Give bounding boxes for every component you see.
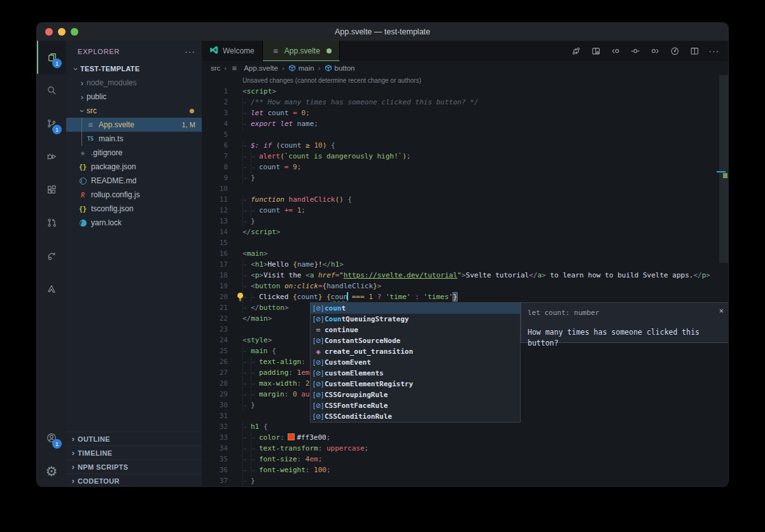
activity-live-share-icon[interactable] — [37, 239, 66, 272]
suggestion-cssfontfacerule[interactable]: [⊘]CSSFontFaceRule — [311, 400, 520, 411]
code-line-12[interactable]: 12→→count += 1; — [202, 205, 728, 216]
code-line-19[interactable]: 19→<button on:click={handleClick}> — [202, 281, 728, 291]
line-content: →} — [242, 172, 255, 183]
code-line-11[interactable]: 11→function handleClick() { — [202, 194, 728, 205]
line-number: 14 — [202, 227, 228, 237]
activity-azure-icon[interactable] — [37, 272, 66, 305]
code-line-20[interactable]: 20→→Clicked {count} {coun === 1 ? 'time'… — [202, 291, 728, 302]
code-line-14[interactable]: 14</script> — [202, 227, 728, 237]
code-line-7[interactable]: 7→→alert(`count is dangerously high!`); — [202, 151, 728, 162]
code-line-13[interactable]: 13→} — [202, 216, 728, 227]
close-button[interactable] — [45, 28, 53, 36]
line-content: →→margin: 0 au — [242, 389, 310, 400]
activity-settings-icon[interactable]: ⚙ — [37, 454, 66, 487]
breadcrumb-item-main[interactable]: main — [288, 64, 314, 72]
code-line-4[interactable]: 4→export let name; — [202, 118, 728, 129]
code-line-34[interactable]: 34→→text-transform: uppercase; — [202, 443, 728, 454]
open-preview-icon[interactable] — [588, 43, 603, 59]
code-line-37[interactable]: 37→} — [202, 475, 728, 486]
section-outline[interactable]: ›OUTLINE — [66, 431, 202, 445]
codelens-message[interactable]: Unsaved changes (cannot determine recent… — [202, 75, 728, 86]
code-line-8[interactable]: 8→→count = 9; — [202, 162, 728, 172]
suggestion-customelementregistry[interactable]: [⊘]CustomElementRegistry — [311, 379, 520, 389]
tab-app-svelte[interactable]: ≡App.svelte — [263, 41, 340, 61]
code-line-10[interactable]: 10 — [202, 183, 728, 194]
section-npm-scripts[interactable]: ›NPM SCRIPTS — [66, 459, 202, 473]
suggestion-countqueuingstrategy[interactable]: [⊘]CountQueuingStrategy — [311, 314, 520, 325]
tree-item-tsconfig-json[interactable]: {}tsconfig.json — [66, 202, 202, 216]
overview-ruler-cursor-mark — [717, 171, 726, 172]
activity-explorer-icon[interactable]: 1 — [37, 41, 66, 74]
line-content: <main> — [242, 248, 268, 259]
code-line-33[interactable]: 33→→color: #ff3e00; — [202, 432, 728, 443]
suggestion-customevent[interactable]: [⊘]CustomEvent — [311, 357, 520, 368]
line-number: 34 — [202, 443, 228, 454]
code-line-17[interactable]: 17→<h1>Hello {name}!</h1> — [202, 259, 728, 270]
code-line-18[interactable]: 18→<p>Visit the <a href="https://svelte.… — [202, 270, 728, 281]
tree-item-yarn-lock[interactable]: yyarn.lock — [66, 216, 202, 230]
suggestion-cssconditionrule[interactable]: [⊘]CSSConditionRule — [311, 411, 520, 422]
zoom-button[interactable] — [71, 28, 78, 36]
suggestion-create-out-transition[interactable]: ◈create_out_transition — [311, 346, 520, 357]
editor-group: Welcome≡App.svelte ··· src›≡App.svelte›m… — [202, 41, 728, 487]
code-line-6[interactable]: 6→$: if (count ≥ 10) { — [202, 140, 728, 151]
more-actions-icon[interactable]: ··· — [706, 43, 722, 59]
line-content: →→text-align: — [242, 356, 309, 367]
breadcrumb-item-src[interactable]: src — [211, 64, 220, 72]
tree-item--gitignore[interactable]: ◈.gitignore — [66, 146, 202, 160]
minimize-button[interactable] — [58, 28, 66, 36]
code-line-16[interactable]: 16<main> — [202, 248, 728, 259]
tree-item-node-modules[interactable]: ›node_modules — [66, 76, 202, 90]
code-line-15[interactable]: 15 — [202, 237, 728, 248]
section-codetour[interactable]: ›CODETOUR — [66, 473, 202, 487]
tree-item-package-json[interactable]: {}package.json — [66, 160, 202, 174]
previous-change-icon[interactable] — [608, 43, 623, 59]
close-icon[interactable]: ✕ — [719, 305, 724, 316]
run-file-icon[interactable] — [667, 43, 682, 59]
activity-extensions-icon[interactable] — [37, 173, 66, 206]
tree-item-app-svelte[interactable]: ≡App.svelte1, M — [66, 118, 202, 132]
suggestion-cssgroupingrule[interactable]: [⊘]CSSGroupingRule — [311, 389, 520, 400]
line-number: 33 — [202, 432, 228, 443]
code-line-2[interactable]: 2→/** How many times has someone clicked… — [202, 97, 728, 108]
breadcrumb-item-button[interactable]: button — [325, 64, 355, 72]
activity-search-icon[interactable] — [37, 74, 66, 107]
editor-scrollbar[interactable] — [719, 75, 728, 263]
activity-accounts-icon[interactable]: 1 — [37, 421, 66, 454]
title-bar[interactable]: App.svelte — test-template — [37, 23, 728, 41]
modified-dot-icon[interactable] — [326, 48, 332, 53]
tree-item-rollup-config-js[interactable]: Rrollup.config.js — [66, 188, 202, 202]
explorer-more-icon[interactable]: ··· — [185, 46, 195, 57]
split-editor-icon[interactable] — [687, 43, 702, 59]
code-line-32[interactable]: 32→h1 { — [202, 421, 728, 432]
code-line-1[interactable]: 1<script> — [202, 86, 728, 97]
git-status-badge: 1, M — [182, 121, 195, 129]
activity-run-debug-icon[interactable] — [37, 140, 66, 173]
breadcrumb-item-app-svelte[interactable]: ≡App.svelte — [230, 63, 278, 73]
tree-item-readme-md[interactable]: iREADME.md — [66, 174, 202, 188]
section-timeline[interactable]: ›TIMELINE — [66, 445, 202, 459]
activity-pull-requests-icon[interactable] — [37, 206, 66, 239]
suggestion-count[interactable]: [⊘]count — [311, 303, 520, 314]
code-line-36[interactable]: 36→→font-weight: 100; — [202, 465, 728, 475]
next-change-icon[interactable] — [647, 43, 663, 59]
suggestion-customelements[interactable]: [⊘]customElements — [311, 368, 520, 379]
code-line-3[interactable]: 3→let count = 0; — [202, 108, 728, 118]
tab-welcome[interactable]: Welcome — [202, 41, 263, 61]
tree-item-src[interactable]: ›src — [66, 104, 202, 118]
sidebar-sections: ›OUTLINE›TIMELINE›NPM SCRIPTS›CODETOUR — [66, 431, 202, 487]
compare-changes-icon[interactable] — [568, 43, 584, 59]
suggestion-constantsourcenode[interactable]: [⊘]ConstantSourceNode — [311, 335, 520, 346]
lightbulb-icon[interactable] — [236, 292, 245, 302]
code-line-9[interactable]: 9→} — [202, 172, 728, 183]
activity-source-control-icon[interactable]: 1 — [37, 107, 66, 140]
tree-root[interactable]: ›TEST-TEMPLATE — [66, 62, 202, 76]
code-editor[interactable]: Unsaved changes (cannot determine recent… — [202, 75, 728, 487]
tree-item-public[interactable]: ›public — [66, 90, 202, 104]
code-line-35[interactable]: 35→→font-size: 4em; — [202, 454, 728, 465]
code-line-5[interactable]: 5 — [202, 129, 728, 140]
suggestion-continue[interactable]: ≡continue — [311, 325, 520, 335]
tree-item-main-ts[interactable]: TSmain.ts — [66, 132, 202, 146]
breadcrumb-separator: › — [318, 64, 321, 72]
change-indicator-icon[interactable] — [628, 43, 643, 59]
